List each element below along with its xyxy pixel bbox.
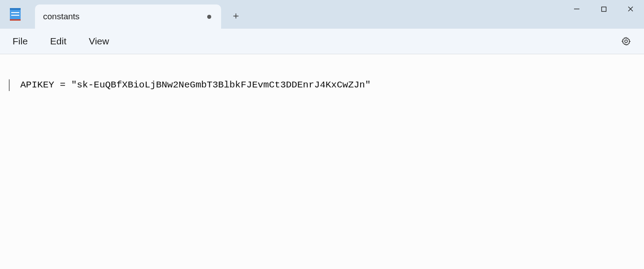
menubar: File Edit View bbox=[0, 29, 644, 54]
menu-file[interactable]: File bbox=[5, 32, 35, 50]
minimize-button[interactable] bbox=[563, 0, 590, 18]
menu-edit[interactable]: Edit bbox=[43, 32, 74, 50]
tab-constants[interactable]: constants bbox=[35, 4, 221, 29]
maximize-icon bbox=[601, 6, 607, 12]
text-cursor bbox=[9, 79, 9, 91]
gear-icon bbox=[621, 36, 631, 46]
minimize-icon bbox=[574, 6, 580, 12]
app-icon bbox=[10, 8, 22, 21]
svg-rect-1 bbox=[601, 7, 606, 11]
plus-icon: ＋ bbox=[231, 9, 241, 22]
tab-title: constants bbox=[43, 12, 79, 22]
maximize-button[interactable] bbox=[590, 0, 617, 18]
menu-view[interactable]: View bbox=[82, 32, 116, 50]
svg-point-4 bbox=[625, 40, 627, 43]
close-button[interactable] bbox=[617, 0, 644, 18]
new-tab-button[interactable]: ＋ bbox=[226, 5, 246, 26]
settings-button[interactable] bbox=[617, 32, 635, 50]
editor-area[interactable]: APIKEY = "sk-EuQBfXBioLjBNw2NeGmbT3BlbkF… bbox=[0, 54, 644, 269]
window-controls bbox=[563, 0, 644, 18]
titlebar: constants ＋ bbox=[0, 0, 644, 29]
editor-content: APIKEY = "sk-EuQBfXBioLjBNw2NeGmbT3BlbkF… bbox=[20, 80, 370, 90]
modified-indicator-icon bbox=[207, 15, 211, 19]
close-icon bbox=[627, 6, 634, 12]
